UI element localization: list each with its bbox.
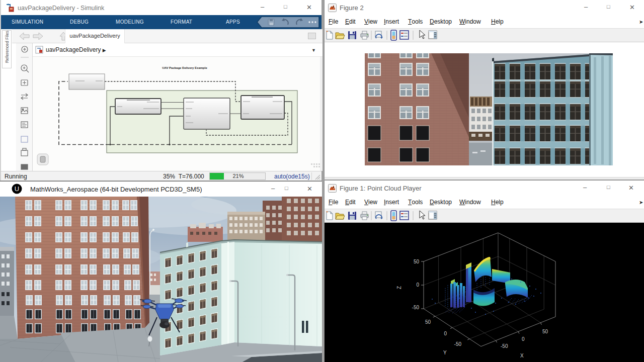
svg-text:-50: -50 bbox=[501, 343, 508, 349]
svg-text:X: X bbox=[520, 353, 524, 358]
svg-text:UAV Package Delivery Example: UAV Package Delivery Example bbox=[162, 66, 207, 69]
svg-text:Y: Y bbox=[443, 350, 447, 355]
svg-text:50: 50 bbox=[542, 329, 548, 334]
svg-text:0: 0 bbox=[444, 331, 447, 336]
svg-text:U: U bbox=[15, 185, 19, 193]
svg-text:50: 50 bbox=[425, 319, 431, 325]
svg-text:-50: -50 bbox=[454, 341, 462, 347]
svg-text:0: 0 bbox=[522, 336, 525, 342]
svg-text:-50: -50 bbox=[412, 305, 420, 310]
svg-text:50: 50 bbox=[414, 259, 420, 264]
svg-text:Z: Z bbox=[396, 286, 402, 289]
svg-text:0: 0 bbox=[416, 282, 419, 288]
